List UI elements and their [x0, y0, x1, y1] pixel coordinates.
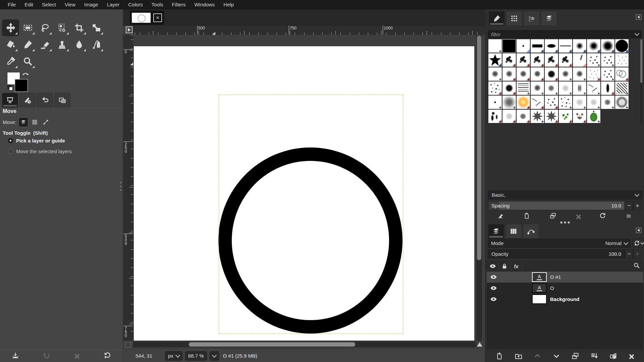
eraser-tool[interactable] — [36, 36, 53, 53]
vertical-scrollbar[interactable] — [476, 35, 482, 341]
select-by-color-tool[interactable] — [53, 19, 70, 36]
new-brush-button[interactable] — [523, 212, 530, 221]
tab-channels[interactable] — [505, 224, 522, 239]
dock-collapse-icon[interactable] — [636, 227, 642, 233]
brush-thumbnail[interactable]: + — [531, 53, 544, 67]
layer-mode-select[interactable]: Mode Normal — [488, 239, 631, 248]
horizontal-scrollbar[interactable] — [133, 342, 476, 347]
color-picker-tool[interactable] — [2, 53, 19, 70]
default-colors-icon[interactable] — [7, 85, 13, 91]
airbrush-tool[interactable] — [88, 36, 105, 53]
layer-row-o[interactable]: AO — [487, 283, 643, 294]
visibility-eye-icon[interactable] — [487, 296, 500, 303]
zoom-select[interactable] — [210, 351, 219, 361]
tab-paths[interactable] — [523, 224, 539, 239]
tab-fonts[interactable]: aCb — [524, 11, 540, 26]
layer-row-background[interactable]: Background — [487, 294, 643, 305]
spacing-slider[interactable]: Spacing 10.0 — [488, 201, 625, 210]
brush-thumbnail[interactable]: + — [502, 81, 516, 95]
brush-thumbnail[interactable]: + — [517, 67, 530, 81]
brush-thumbnail[interactable]: + — [601, 67, 614, 81]
menu-image[interactable]: Image — [80, 0, 103, 9]
radio-pick-layer-or-guide[interactable]: Pick a layer or guide — [8, 138, 65, 143]
blur-tool[interactable] — [70, 36, 88, 53]
layer-row-o-1[interactable]: AO #1 — [487, 272, 643, 283]
brush-thumbnail[interactable]: + — [488, 39, 502, 53]
tab-brushes[interactable] — [489, 11, 505, 26]
visibility-eye-icon[interactable] — [487, 285, 500, 292]
scale-tool[interactable] — [88, 19, 105, 36]
menu-layer[interactable]: Layer — [103, 0, 124, 9]
zoom-value[interactable]: 88.7 % — [185, 351, 207, 361]
quick-mask-toggle[interactable] — [125, 342, 131, 348]
brush-thumbnail[interactable]: + — [488, 96, 502, 109]
delete-brush-button[interactable] — [575, 214, 580, 219]
brush-thumbnail[interactable]: + — [559, 67, 572, 81]
vertical-ruler[interactable]: 0250500750 — [123, 35, 133, 341]
brush-filter-input[interactable]: filter — [488, 30, 642, 38]
refresh-brushes-button[interactable] — [599, 212, 606, 221]
horizontal-scrollbar-thumb[interactable] — [189, 342, 355, 347]
canvas-viewport[interactable] — [133, 35, 476, 341]
open-brush-as-image-button[interactable] — [625, 212, 632, 221]
image-tab[interactable]: ✕ — [130, 11, 164, 25]
radio-move-selected-layers[interactable]: Move the selected layers — [8, 148, 72, 154]
rectangle-select-tool[interactable] — [19, 19, 36, 36]
ruler-corner-menu-button[interactable] — [125, 26, 133, 34]
brush-thumbnail[interactable]: + — [545, 81, 558, 95]
tab-layers[interactable] — [488, 224, 504, 239]
brush-thumbnail[interactable]: + — [573, 96, 586, 109]
brush-thumbnail[interactable]: + — [545, 96, 558, 109]
dock-resize-grip[interactable]: ●●● — [560, 219, 571, 225]
brush-thumbnail[interactable] — [517, 39, 530, 53]
tab-device-status[interactable] — [19, 93, 36, 108]
spacing-decrease-button[interactable]: − — [625, 201, 633, 210]
vertical-scrollbar-thumb[interactable] — [477, 36, 481, 260]
brush-thumbnail[interactable]: + — [573, 81, 586, 95]
brush-thumbnail[interactable]: + — [559, 53, 572, 67]
lock-pixels-button[interactable] — [499, 261, 511, 271]
brush-thumbnail[interactable]: + — [559, 110, 572, 123]
tab-patterns[interactable] — [506, 11, 522, 26]
menu-view[interactable]: View — [60, 0, 80, 9]
duplicate-layer-button[interactable] — [571, 352, 579, 361]
brush-thumbnail[interactable]: + — [545, 53, 558, 67]
brush-thumbnail[interactable]: + — [531, 67, 544, 81]
move-tool[interactable] — [2, 19, 19, 36]
save-tool-preset-button[interactable] — [12, 352, 19, 361]
brush-thumbnail[interactable]: + — [601, 39, 614, 53]
spacing-increase-button[interactable]: + — [633, 201, 642, 210]
menu-select[interactable]: Select — [38, 0, 60, 9]
brush-thumbnail[interactable] — [573, 53, 586, 67]
brush-thumbnail[interactable]: + — [615, 96, 629, 109]
reset-tool-options-button[interactable] — [104, 352, 111, 361]
background-color-swatch[interactable] — [15, 79, 28, 92]
opacity-slider[interactable]: Opacity 100.0 — [488, 249, 625, 258]
brush-thumbnail[interactable]: + — [531, 81, 544, 95]
move-path-button[interactable] — [41, 118, 50, 127]
brush-thumbnail[interactable]: + — [601, 53, 614, 67]
brush-thumbnail[interactable]: + — [517, 96, 530, 109]
opacity-decrease-button[interactable]: − — [625, 249, 633, 258]
edit-brush-button[interactable] — [497, 212, 504, 221]
delete-layer-button[interactable] — [628, 354, 634, 360]
tab-undo-history[interactable] — [37, 93, 53, 108]
brush-thumbnail[interactable]: + — [559, 96, 572, 109]
brush-thumbnail[interactable]: + — [502, 67, 516, 81]
canvas-image[interactable] — [134, 46, 474, 341]
horizontal-ruler[interactable]: 5007501000 — [133, 25, 485, 35]
menu-windows[interactable]: Windows — [190, 0, 219, 9]
search-icon[interactable] — [633, 262, 640, 270]
crop-tool[interactable] — [70, 19, 88, 36]
brush-thumbnail[interactable]: + — [587, 81, 600, 95]
restore-tool-preset-button[interactable] — [43, 352, 50, 361]
opacity-increase-button[interactable]: + — [633, 249, 642, 258]
brush-thumbnail[interactable]: + — [488, 110, 502, 123]
brush-thumbnail[interactable]: + — [502, 110, 516, 123]
brush-thumbnail[interactable]: + — [615, 81, 629, 95]
navigation-button[interactable] — [477, 342, 482, 347]
brush-thumbnail[interactable]: + — [502, 96, 516, 109]
clone-tool[interactable] — [53, 36, 70, 53]
menu-filters[interactable]: Filters — [168, 0, 190, 9]
brush-thumbnail[interactable]: + — [615, 67, 629, 81]
